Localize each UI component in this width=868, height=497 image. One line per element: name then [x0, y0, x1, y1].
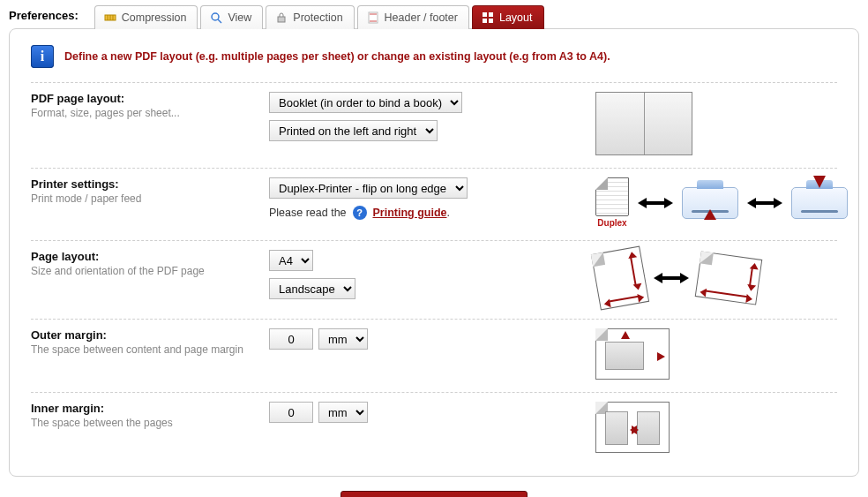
svg-line-2 [218, 19, 221, 23]
duplex-select[interactable]: Duplex-Printer - flip on long edge [269, 177, 468, 199]
inner-margin-unit-select[interactable]: mm [318, 402, 368, 423]
tab-label: Compression [122, 11, 187, 24]
convert-button[interactable]: Convert [340, 491, 528, 497]
layout-side-select[interactable]: Printed on the left and right [269, 120, 438, 141]
orientation-diagram [595, 250, 760, 306]
page-size-select[interactable]: A4 [269, 250, 313, 271]
tab-compression[interactable]: Compression [94, 5, 198, 29]
tab-protection[interactable]: Protection [266, 5, 354, 29]
duplex-label: Duplex [595, 218, 629, 228]
layout-mode-select[interactable]: Booklet (in order to bind a book) [269, 92, 462, 113]
tab-view[interactable]: View [200, 5, 263, 29]
printing-guide-link[interactable]: Printing guide [372, 207, 446, 219]
arrow-icon [747, 195, 782, 211]
svg-point-1 [212, 13, 219, 20]
arrow-icon [654, 270, 689, 286]
inner-margin-subtitle: The space between the pages [31, 417, 269, 429]
outer-margin-title: Outer margin: [31, 328, 269, 342]
tab-label: Header / footer [385, 11, 458, 24]
inner-margin-title: Inner margin: [31, 402, 269, 415]
page-landscape-icon [695, 251, 763, 305]
lock-icon [275, 11, 288, 24]
arrow-icon [638, 195, 673, 211]
outer-margin-input[interactable] [269, 328, 313, 350]
pdf-page-layout-subtitle: Format, size, pages per sheet... [31, 107, 269, 119]
page-layout-subtitle: Size and orientation of the PDF page [31, 265, 269, 277]
tab-label: Protection [293, 11, 342, 24]
printer-feed-out-icon [791, 187, 848, 219]
booklet-diagram [595, 92, 692, 155]
printer-feed-in-icon [682, 187, 738, 219]
outer-margin-unit-select[interactable]: mm [318, 328, 368, 350]
orientation-select[interactable]: Landscape [269, 278, 355, 299]
printer-diagram: Duplex [595, 177, 848, 228]
info-icon: i [31, 45, 54, 68]
page-layout-title: Page layout: [31, 250, 269, 263]
svg-rect-10 [489, 19, 493, 23]
preference-tabs: Compression View Protection Header / foo… [94, 5, 544, 29]
page-portrait-icon [591, 246, 649, 311]
magnifier-icon [210, 11, 222, 24]
tab-label: Layout [499, 11, 533, 24]
svg-rect-8 [489, 12, 493, 17]
inner-margin-input[interactable] [269, 402, 313, 423]
duplex-page-icon [595, 177, 629, 216]
pdf-page-layout-title: PDF page layout: [31, 92, 269, 105]
compress-icon [104, 11, 116, 24]
grid-icon [482, 11, 494, 24]
printer-settings-subtitle: Print mode / paper feed [31, 192, 269, 205]
help-icon[interactable]: ? [353, 206, 367, 220]
outer-margin-subtitle: The space between content and page margi… [31, 343, 269, 356]
tab-label: View [228, 11, 251, 24]
tab-header-footer[interactable]: Header / footer [357, 5, 469, 29]
preferences-label: Preferences: [9, 9, 94, 29]
printer-settings-title: Printer settings: [31, 177, 269, 191]
page-icon [367, 11, 379, 24]
info-text: Define a new PDF layout (e.g. multiple p… [64, 50, 610, 63]
layout-panel: i Define a new PDF layout (e.g. multiple… [9, 28, 859, 477]
svg-rect-3 [278, 17, 285, 22]
tab-layout[interactable]: Layout [472, 5, 544, 29]
printing-hint-prefix: Please read the [269, 207, 347, 219]
svg-rect-9 [483, 19, 487, 23]
inner-margin-diagram [595, 402, 670, 453]
outer-margin-diagram [595, 328, 670, 380]
svg-rect-7 [483, 12, 487, 17]
